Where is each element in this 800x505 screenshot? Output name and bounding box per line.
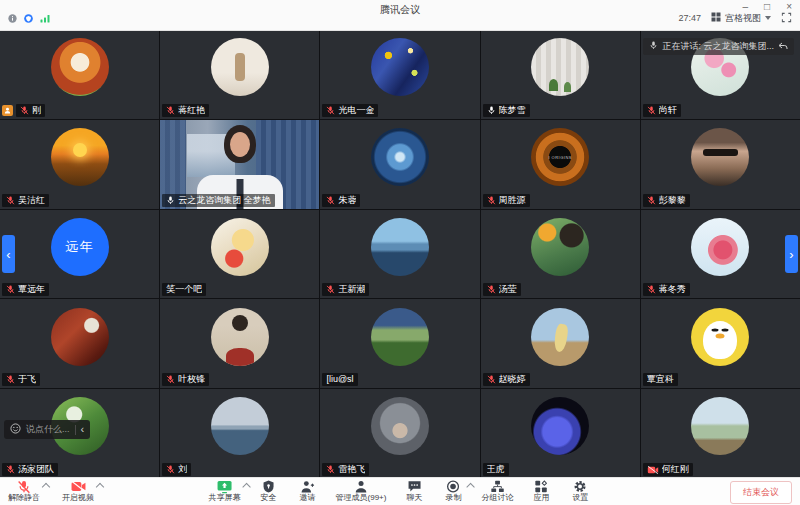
toolbar-share-screen-button[interactable]: 共享屏幕 <box>209 480 241 502</box>
collapse-chat-icon[interactable]: ‹ <box>81 425 85 434</box>
participant-name: 于飞 <box>18 374 36 385</box>
toolbar-start-video-button[interactable]: 开启视频 <box>62 480 94 502</box>
toolbar-security-button[interactable]: 安全 <box>258 480 280 502</box>
participant-tile[interactable]: 彭黎黎 <box>641 120 800 209</box>
participant-avatar <box>371 308 429 366</box>
shield-icon[interactable] <box>24 9 33 27</box>
toolbar-record-button[interactable]: 录制 <box>442 480 464 502</box>
participant-name: 朱蓉 <box>338 195 356 206</box>
participant-tile[interactable]: 笑一个吧 <box>160 210 319 299</box>
toolbar-breakout-button[interactable]: 分组讨论 <box>481 480 513 502</box>
toolbar-label: 分组讨论 <box>481 494 513 502</box>
emoji-icon[interactable] <box>10 423 21 436</box>
layout-view-button[interactable]: 宫格视图 <box>711 12 771 25</box>
participant-tile[interactable]: 光电一金 <box>320 30 479 119</box>
participant-tile[interactable]: I ORIGINS周胜源 <box>481 120 640 209</box>
chevron-up-icon[interactable] <box>242 483 250 491</box>
mic-on-icon <box>166 196 175 205</box>
member-badge-icon <box>2 105 13 116</box>
participant-tile[interactable]: 汤莹 <box>481 210 640 299</box>
participant-tile[interactable]: 蒋红艳 <box>160 30 319 119</box>
mic-muted-icon <box>647 106 656 115</box>
participant-tile[interactable]: 云之龙咨询集团 全梦艳 <box>160 120 319 209</box>
participant-name: 雷艳飞 <box>338 464 365 475</box>
participant-avatar <box>211 218 269 276</box>
toolbar-invite-button[interactable]: 邀请 <box>297 480 319 502</box>
participant-tile[interactable]: 刚 <box>0 30 159 119</box>
toolbar-label: 开启视频 <box>62 494 94 502</box>
chevron-up-icon[interactable] <box>96 483 104 491</box>
participant-tile[interactable]: 赵晓婷 <box>481 299 640 388</box>
participant-tile[interactable]: 于飞 <box>0 299 159 388</box>
participant-name: 覃宜科 <box>647 374 674 385</box>
participant-name: 汤家团队 <box>18 464 54 475</box>
mic-muted-icon <box>6 375 15 384</box>
participant-avatar <box>531 308 589 366</box>
participant-avatar <box>691 128 749 186</box>
toolbar-settings-button[interactable]: 设置 <box>569 480 591 502</box>
view-mode-label: 宫格视图 <box>725 12 761 25</box>
toolbar-members-button[interactable]: 管理成员(99+) <box>336 480 387 502</box>
fullscreen-icon[interactable] <box>781 9 792 27</box>
participant-name: 王新潮 <box>338 284 365 295</box>
participant-name: 蒋红艳 <box>178 105 205 116</box>
participant-tile[interactable]: 陈梦雪 <box>481 30 640 119</box>
toolbar-chat-button[interactable]: 聊天 <box>403 480 425 502</box>
speaker-face <box>230 132 250 157</box>
participant-tile[interactable]: 王虎 <box>481 389 640 478</box>
record-icon <box>447 480 460 493</box>
participant-avatar <box>51 128 109 186</box>
share-icon <box>217 480 233 493</box>
participant-tile[interactable]: 朱蓉 <box>320 120 479 209</box>
toolbar-unmute-button[interactable]: 解除静音 <box>8 480 40 502</box>
chat-placeholder: 说点什么... <box>26 423 70 436</box>
participant-tile[interactable]: [liu@sl <box>320 299 479 388</box>
toolbar-center-group: 共享屏幕 安全 邀请 管理成员(99+) 聊天 录制 分组讨论 应用 设置 <box>209 480 592 502</box>
mic-on-icon <box>487 106 496 115</box>
mic-muted-icon <box>487 196 496 205</box>
participant-tile[interactable]: 吴洁红 <box>0 120 159 209</box>
participant-tile[interactable]: 覃宜科 <box>641 299 800 388</box>
chevron-up-icon[interactable] <box>466 483 474 491</box>
participant-avatar <box>691 218 749 276</box>
chevron-up-icon[interactable] <box>42 483 50 491</box>
banner-collapse-icon[interactable] <box>778 42 788 52</box>
speaker-audio-icon <box>649 41 658 52</box>
titlebar: 腾讯会议 –□× 27:47 宫格视图 <box>0 0 800 31</box>
invite-icon <box>301 480 315 493</box>
chevron-down-icon <box>765 16 771 20</box>
participant-tile[interactable]: 王新潮 <box>320 210 479 299</box>
participant-tile[interactable]: 远年覃远年 <box>0 210 159 299</box>
toolbar-label: 解除静音 <box>8 494 40 502</box>
participant-tile[interactable]: 刘 <box>160 389 319 478</box>
participant-tile[interactable]: 蒋冬秀 <box>641 210 800 299</box>
prev-page-button[interactable]: ‹ <box>2 235 15 273</box>
toolbar-apps-button[interactable]: 应用 <box>530 480 552 502</box>
participant-avatar <box>371 397 429 455</box>
next-page-button[interactable]: › <box>785 235 798 273</box>
info-icon[interactable] <box>8 9 17 27</box>
gear-icon <box>574 480 587 493</box>
participant-avatar <box>211 308 269 366</box>
camera-off-icon <box>647 466 659 474</box>
participant-avatar: I ORIGINS <box>531 128 589 186</box>
mic-muted-icon <box>647 285 656 294</box>
participant-name: 汤莹 <box>499 284 517 295</box>
participant-avatar <box>211 38 269 96</box>
participant-tile[interactable]: 何红刚 <box>641 389 800 478</box>
participant-tile[interactable]: 雷艳飞 <box>320 389 479 478</box>
mic-muted-icon <box>166 375 175 384</box>
quick-chat-input[interactable]: 说点什么... ‹ <box>4 420 90 439</box>
participant-tile[interactable]: 叶枚锋 <box>160 299 319 388</box>
shield-icon <box>263 480 275 493</box>
network-signal-icon[interactable] <box>40 9 51 27</box>
participant-name: 笑一个吧 <box>166 284 202 295</box>
participant-name: 刘 <box>178 464 187 475</box>
breakout-icon <box>490 480 504 493</box>
participant-name: 陈梦雪 <box>499 105 526 116</box>
participant-name: 云之龙咨询集团 全梦艳 <box>178 195 271 206</box>
end-meeting-button[interactable]: 结束会议 <box>730 481 792 504</box>
participant-name: 王虎 <box>487 464 505 475</box>
speaking-text: 正在讲话: 云之龙咨询集团... <box>662 40 774 53</box>
participant-avatar <box>51 308 109 366</box>
